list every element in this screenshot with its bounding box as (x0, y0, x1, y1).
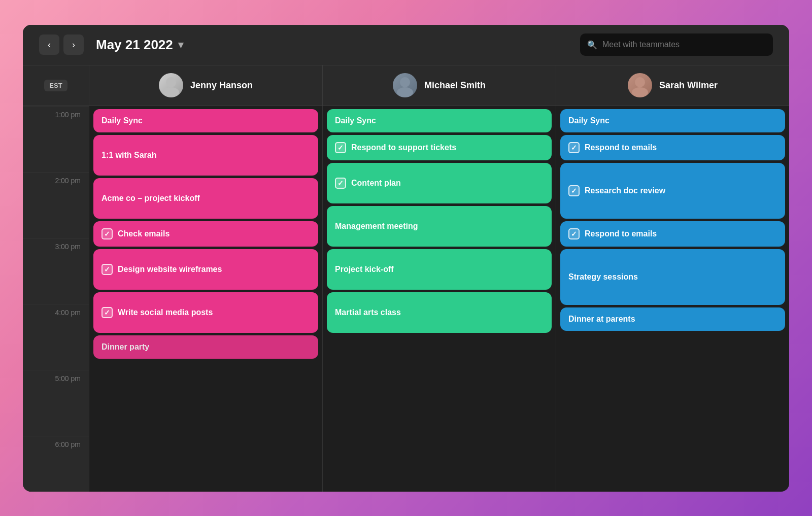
event-jenny-check-emails[interactable]: Check emails (93, 221, 318, 247)
person-name-sarah: Sarah Wilmer (659, 80, 718, 91)
event-jenny-1on1-sarah[interactable]: 1:1 with Sarah (93, 135, 318, 176)
event-label: Daily Sync (568, 116, 610, 125)
event-jenny-acme-kickoff[interactable]: Acme co – project kickoff (93, 178, 318, 219)
event-jenny-design-wireframes[interactable]: Design website wireframes (93, 249, 318, 290)
event-label: Research doc review (585, 186, 665, 195)
event-michael-project-kickoff[interactable]: Project kick-off (327, 249, 552, 290)
checkbox-icon (101, 307, 113, 318)
checkbox-icon (568, 185, 580, 196)
event-label: Content plan (351, 179, 401, 188)
event-label: Check emails (118, 229, 170, 238)
event-michael-martial-arts[interactable]: Martial arts class (327, 292, 552, 333)
checkbox-icon (101, 264, 113, 275)
event-sarah-dinner-parents[interactable]: Dinner at parents (560, 307, 785, 331)
event-label: Acme co – project kickoff (101, 194, 200, 203)
event-label: Martial arts class (335, 308, 401, 317)
search-wrap: 🔍 (580, 33, 773, 56)
checkbox-icon (568, 142, 580, 153)
person-name-michael: Michael Smith (424, 80, 486, 91)
event-label: Design website wireframes (118, 265, 222, 274)
avatar-michael (393, 73, 417, 97)
prev-button[interactable]: ‹ (39, 35, 59, 55)
person-header-jenny: Jenny Hanson (89, 65, 322, 106)
event-label: Respond to emails (585, 143, 657, 152)
date-text: May 21 2022 (96, 37, 173, 53)
event-label: Write social media posts (118, 308, 213, 317)
event-jenny-daily-sync[interactable]: Daily Sync (93, 109, 318, 132)
time-label-2pm: 2:00 pm (23, 172, 89, 238)
event-label: Management meeting (335, 222, 418, 231)
calendar-grid: 1:00 pm 2:00 pm 3:00 pm 4:00 pm 5:00 pm … (23, 106, 789, 492)
event-sarah-respond-emails-2[interactable]: Respond to emails (560, 221, 785, 247)
event-label: Respond to support tickets (351, 143, 456, 152)
time-label-3pm: 3:00 pm (23, 238, 89, 304)
time-label-5pm: 5:00 pm (23, 370, 89, 436)
chevron-down-icon: ▾ (178, 39, 183, 51)
nav-buttons: ‹ › (39, 35, 84, 55)
event-michael-management-meeting[interactable]: Management meeting (327, 206, 552, 247)
next-button[interactable]: › (63, 35, 84, 55)
svg-point-3 (397, 87, 413, 97)
event-label: Dinner party (101, 342, 149, 352)
svg-point-4 (635, 77, 645, 87)
person-header-sarah: Sarah Wilmer (556, 65, 789, 106)
event-label: 1:1 with Sarah (101, 151, 156, 160)
event-sarah-daily-sync[interactable]: Daily Sync (560, 109, 785, 132)
search-icon: 🔍 (587, 40, 597, 50)
checkbox-icon (335, 178, 346, 189)
event-jenny-dinner-party[interactable]: Dinner party (93, 335, 318, 359)
event-label: Daily Sync (101, 116, 143, 125)
header: ‹ › May 21 2022 ▾ 🔍 (23, 25, 789, 65)
sarah-column: Daily Sync Respond to emails Research do… (556, 106, 789, 492)
person-name-jenny: Jenny Hanson (190, 80, 253, 91)
event-sarah-respond-emails-1[interactable]: Respond to emails (560, 135, 785, 160)
checkbox-icon (335, 142, 346, 153)
checkbox-icon (568, 228, 580, 239)
person-header-michael: Michael Smith (322, 65, 556, 106)
avatar-sarah (628, 73, 652, 97)
date-title[interactable]: May 21 2022 ▾ (96, 37, 183, 53)
event-label: Strategy sessions (568, 272, 638, 282)
event-michael-content-plan[interactable]: Content plan (327, 163, 552, 203)
event-label: Daily Sync (335, 116, 376, 125)
jenny-column: Daily Sync 1:1 with Sarah Acme co – proj… (89, 106, 322, 492)
event-michael-daily-sync[interactable]: Daily Sync (327, 109, 552, 132)
event-label: Dinner at parents (568, 315, 635, 324)
search-input[interactable] (580, 33, 773, 56)
event-jenny-social-media[interactable]: Write social media posts (93, 292, 318, 333)
time-label-1pm: 1:00 pm (23, 106, 89, 172)
svg-point-5 (632, 87, 648, 97)
checkbox-icon (101, 228, 113, 239)
svg-point-0 (166, 77, 176, 87)
svg-point-2 (400, 77, 410, 87)
event-label: Project kick-off (335, 265, 394, 274)
svg-point-1 (163, 87, 179, 97)
calendar-body: EST Jenny Hanson Michael Smith (23, 65, 789, 492)
event-sarah-research-doc[interactable]: Research doc review (560, 163, 785, 219)
time-column: 1:00 pm 2:00 pm 3:00 pm 4:00 pm 5:00 pm … (23, 106, 89, 492)
timezone-badge: EST (44, 80, 67, 91)
event-sarah-strategy-sessions[interactable]: Strategy sessions (560, 249, 785, 305)
event-label: Respond to emails (585, 229, 657, 238)
time-label-4pm: 4:00 pm (23, 304, 89, 370)
event-michael-support-tickets[interactable]: Respond to support tickets (327, 135, 552, 160)
app-window: ‹ › May 21 2022 ▾ 🔍 EST (23, 25, 789, 492)
timezone-cell: EST (23, 65, 89, 106)
avatar-jenny (159, 73, 183, 97)
time-label-6pm: 6:00 pm (23, 436, 89, 492)
michael-column: Daily Sync Respond to support tickets Co… (322, 106, 556, 492)
